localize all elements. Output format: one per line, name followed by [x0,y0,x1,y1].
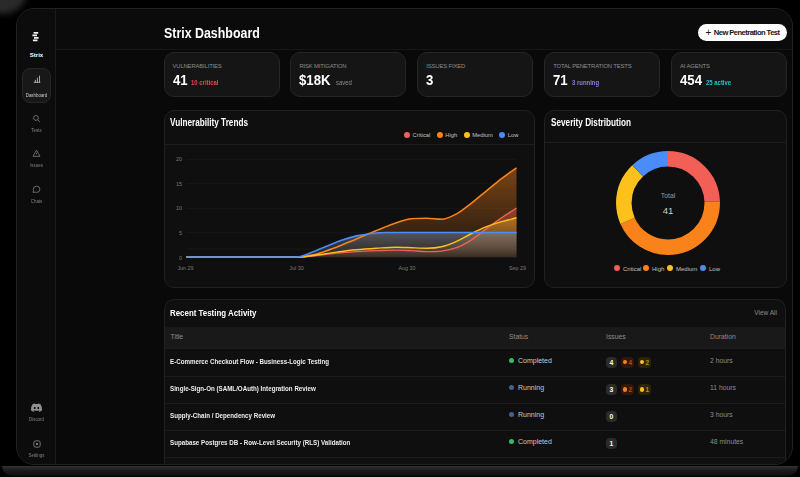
svg-text:Aug 30: Aug 30 [398,265,415,271]
svg-text:Jul 30: Jul 30 [289,265,303,271]
svg-text:Critical: Critical [623,266,641,272]
svg-text:Low: Low [709,266,721,272]
svg-text:Sep 29: Sep 29 [508,265,525,271]
svg-text:41: 41 [663,205,674,216]
svg-text:Jun 29: Jun 29 [177,265,193,271]
svg-text:Total: Total [661,192,676,199]
svg-text:20: 20 [176,156,182,162]
svg-text:0: 0 [179,255,182,261]
svg-text:Medium: Medium [676,266,697,272]
svg-text:15: 15 [176,181,182,187]
svg-text:High: High [652,266,664,272]
svg-text:10: 10 [176,205,182,211]
svg-text:5: 5 [179,230,182,236]
